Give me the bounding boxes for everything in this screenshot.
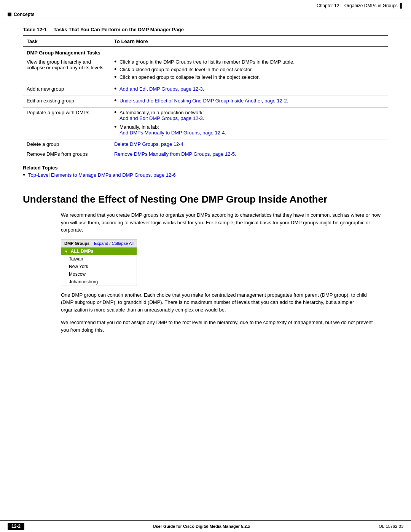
- list-item: • Click a group in the DMP Groups tree t…: [114, 59, 384, 65]
- list-item: • Add and Edit DMP Groups, page 12-3.: [114, 86, 384, 92]
- body-paragraph-2: One DMP group can contain another. Each …: [61, 291, 381, 314]
- detail-cell: • Add and Edit DMP Groups, page 12-3.: [110, 84, 388, 96]
- table-caption-text: Tasks That You Can Perform on the DMP Ma…: [54, 27, 184, 32]
- section-header-label: DMP Group Management Tasks: [23, 47, 388, 58]
- detail-list: • Click a group in the DMP Groups tree t…: [114, 59, 384, 80]
- table-section-header: DMP Group Management Tasks: [23, 47, 388, 58]
- delete-dmp-link[interactable]: Delete DMP Groups, page 12-4.: [114, 141, 185, 147]
- bullet: •: [114, 58, 119, 65]
- table-caption: Table 12-1 Tasks That You Can Perform on…: [23, 27, 388, 32]
- dmp-widget-all-dmps-row: ▼ ALL DMPs: [61, 248, 137, 255]
- johannesburg-label: Johannesburg: [69, 279, 98, 284]
- moscow-label: Moscow: [69, 272, 86, 277]
- add-edit-link[interactable]: Add and Edit DMP Groups, page 12-3.: [119, 86, 204, 92]
- list-item: • Automatically, in a production network…: [114, 110, 384, 121]
- detail-list: • Automatically, in a production network…: [114, 110, 384, 136]
- table-num: Table 12-1: [23, 27, 47, 32]
- remove-dmps-link[interactable]: Remove DMPs Manually from DMP Groups, pa…: [114, 151, 236, 157]
- list-item: • Click an opened group to collapse its …: [114, 74, 384, 80]
- top-level-elements-link[interactable]: Top-Level Elements to Manage DMPs and DM…: [28, 172, 176, 178]
- detail-list: • Add and Edit DMP Groups, page 12-3.: [114, 86, 384, 92]
- task-cell: View the group hierarchy and collapse or…: [23, 57, 110, 84]
- dmp-widget-row: New York: [61, 263, 137, 270]
- dmp-widget-header: DMP Groups Expand / Collapse All: [61, 240, 137, 248]
- task-cell: Delete a group: [23, 139, 110, 149]
- table-row: Edit an existing group • Understand the …: [23, 96, 388, 108]
- table-row: Populate a group with DMPs • Automatical…: [23, 108, 388, 139]
- col-task: Task: [23, 36, 110, 47]
- concepts-label: Concepts: [14, 12, 35, 17]
- add-edit-link-2[interactable]: Add and Edit DMP Groups, page 12-3.: [119, 115, 204, 121]
- task-cell: Edit an existing group: [23, 96, 110, 108]
- body-paragraph-3: We recommend that you do not assign any …: [61, 319, 381, 334]
- task-cell: Populate a group with DMPs: [23, 108, 110, 139]
- related-topics-title: Related Topics: [23, 165, 388, 171]
- footer-ol-num: OL-15762-03: [379, 524, 403, 529]
- related-topics-list: • Top-Level Elements to Manage DMPs and …: [23, 172, 388, 178]
- taiwan-label: Taiwan: [69, 256, 83, 262]
- new-york-label: New York: [69, 264, 88, 269]
- add-dmps-manually-link[interactable]: Add DMPs Manually to DMP Groups, page 12…: [119, 130, 226, 136]
- main-table: Task To Learn More DMP Group Management …: [23, 35, 388, 159]
- concepts-icon: [8, 13, 11, 16]
- detail-cell: • Understand the Effect of Nesting One D…: [110, 96, 388, 108]
- understand-nesting-link[interactable]: Understand the Effect of Nesting One DMP…: [119, 98, 288, 104]
- list-item: • Manually, in a lab: Add DMPs Manually …: [114, 124, 384, 136]
- triangle-icon: ▼: [64, 249, 68, 254]
- related-topic-item: • Top-Level Elements to Manage DMPs and …: [23, 172, 388, 178]
- table-header-row: Task To Learn More: [23, 36, 388, 47]
- page-header: Chapter 12 Organize DMPs in Groups ▌: [0, 0, 411, 10]
- bullet: •: [114, 109, 119, 116]
- list-item: • Click a closed group to expand its lev…: [114, 67, 384, 73]
- related-topics: Related Topics • Top-Level Elements to M…: [23, 165, 388, 178]
- detail-list: • Understand the Effect of Nesting One D…: [114, 98, 384, 104]
- footer-page-num: 12-2: [8, 523, 24, 530]
- dmp-widget: DMP Groups Expand / Collapse All ▼ ALL D…: [61, 239, 137, 286]
- chapter-label: Chapter 12: [317, 3, 339, 8]
- col-learn-more: To Learn More: [110, 36, 388, 47]
- all-dmps-label: ALL DMPs: [71, 249, 94, 254]
- bullet: •: [114, 85, 119, 92]
- bullet: •: [114, 97, 119, 104]
- section-heading: Understand the Effect of Nesting One DMP…: [23, 190, 388, 205]
- dmp-widget-row: Taiwan: [61, 255, 137, 263]
- bullet: •: [23, 171, 28, 178]
- page-footer: 12-2 User Guide for Cisco Digital Media …: [0, 520, 411, 532]
- detail-cell: Delete DMP Groups, page 12-4.: [110, 139, 388, 149]
- bullet: •: [114, 73, 119, 80]
- detail-cell: Remove DMPs Manually from DMP Groups, pa…: [110, 149, 388, 159]
- table-row: Remove DMPs from groups Remove DMPs Manu…: [23, 149, 388, 159]
- expand-collapse-all[interactable]: Expand / Collapse All: [94, 241, 134, 246]
- table-row: Delete a group Delete DMP Groups, page 1…: [23, 139, 388, 149]
- list-item: • Understand the Effect of Nesting One D…: [114, 98, 384, 104]
- task-cell: Add a new group: [23, 84, 110, 96]
- dmp-groups-label: DMP Groups: [64, 241, 89, 246]
- table-row: View the group hierarchy and collapse or…: [23, 57, 388, 84]
- concepts-bar: Concepts: [0, 10, 411, 19]
- detail-cell: • Click a group in the DMP Groups tree t…: [110, 57, 388, 84]
- detail-cell: • Automatically, in a production network…: [110, 108, 388, 139]
- bullet: •: [114, 123, 119, 130]
- main-content: Table 12-1 Tasks That You Can Perform on…: [0, 19, 411, 347]
- chapter-title: Organize DMPs in Groups: [344, 3, 398, 8]
- table-row: Add a new group • Add and Edit DMP Group…: [23, 84, 388, 96]
- task-cell: Remove DMPs from groups: [23, 149, 110, 159]
- footer-guide-text: User Guide for Cisco Digital Media Manag…: [153, 524, 250, 529]
- bullet: •: [114, 66, 119, 73]
- body-paragraph-1: We recommend that you create DMP groups …: [61, 211, 381, 234]
- dmp-widget-row: Johannesburg: [61, 278, 137, 286]
- dmp-widget-row: Moscow: [61, 270, 137, 278]
